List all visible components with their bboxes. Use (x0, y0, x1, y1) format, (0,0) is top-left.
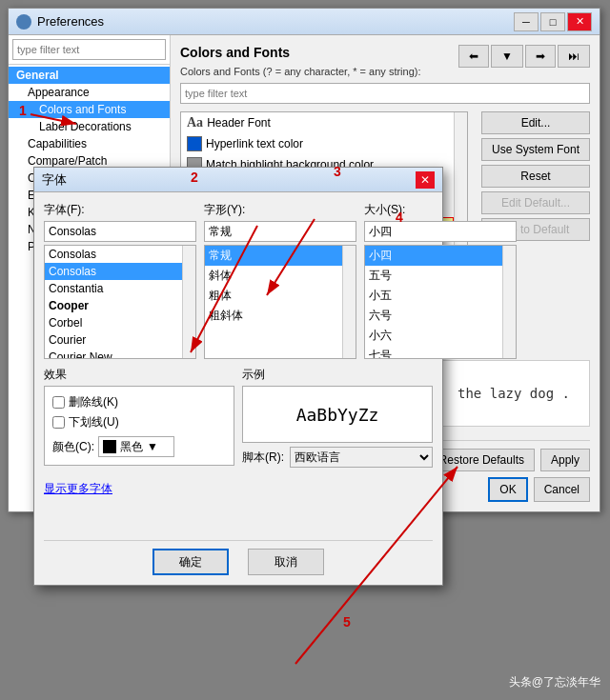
font-name-column: 字体(F): Consolas Consolas Constantia Coop… (44, 202, 196, 359)
maximize-button[interactable]: □ (540, 12, 565, 31)
font-name-item-cooper[interactable]: Cooper (45, 297, 182, 314)
font-name-scrollbar[interactable] (182, 246, 195, 358)
font-dialog-bottom-buttons: 确定 取消 (44, 540, 433, 575)
font-style-input[interactable] (204, 221, 356, 242)
font-name-item[interactable]: Constantia (45, 280, 182, 297)
nav-forward-button[interactable]: ➡ (525, 45, 556, 68)
style-item-bold[interactable]: 粗体 (205, 286, 342, 306)
font-preview-box: AaBbYyZz (242, 386, 433, 443)
font-name-list: Consolas Consolas Constantia Cooper Corb… (45, 246, 182, 358)
apply-button[interactable]: Apply (540, 449, 590, 471)
font-item-header-font[interactable]: Aa Header Font (181, 112, 454, 133)
preferences-titlebar: Preferences ─ □ ✕ (9, 9, 600, 35)
font-style-label: 字形(Y): (204, 202, 356, 218)
font-name-input[interactable] (44, 221, 196, 242)
font-dialog-titlebar: 字体 ✕ (34, 168, 442, 192)
color-preview (103, 440, 116, 453)
color-swatch-icon (187, 136, 202, 151)
font-dialog-title: 字体 (42, 171, 67, 189)
style-item-regular[interactable]: 常规 (205, 246, 342, 266)
font-size-label: 大小(S): (364, 202, 517, 218)
sidebar-filter-area (9, 35, 170, 65)
font-style-list: 常规 斜体 粗体 粗斜体 (205, 246, 342, 358)
size-item-4[interactable]: 六号 (365, 306, 502, 326)
content-filter-area (180, 83, 590, 104)
sidebar-item-colors-and-fonts[interactable]: Colors and Fonts (9, 101, 170, 118)
font-size-scrollbar[interactable] (502, 246, 516, 358)
sidebar-filter-input[interactable] (12, 39, 166, 60)
close-button[interactable]: ✕ (567, 12, 592, 31)
nav-forward2-button[interactable]: ⏭ (558, 45, 590, 68)
font-dialog-cancel-button[interactable]: 取消 (248, 549, 324, 575)
nav-dropdown-button[interactable]: ▼ (491, 45, 523, 68)
sidebar-item-capabilities[interactable]: Capabilities (9, 135, 170, 152)
ok-button[interactable]: OK (488, 477, 527, 502)
font-type-icon: Aa (187, 115, 203, 130)
effects-content: 删除线(K) 下划线(U) 颜色(C): 黑色 ▼ (44, 386, 234, 466)
preview-text: the lazy dog . (458, 386, 570, 401)
font-size-input[interactable] (364, 221, 517, 242)
toolbar-nav: ⬅ ▼ ➡ ⏭ (458, 45, 590, 68)
sidebar-item-appearance[interactable]: Appearance (9, 84, 170, 101)
section-header: Colors and Fonts Colors and Fonts (? = a… (180, 45, 421, 83)
font-name-item-selected[interactable]: Consolas (45, 263, 182, 280)
nav-back-button[interactable]: ⬅ (458, 45, 489, 68)
edit-button[interactable]: Edit... (481, 111, 590, 134)
reset-button[interactable]: Reset (481, 165, 590, 188)
watermark: 头条@了忘淡年华 (509, 674, 600, 690)
app-icon (16, 14, 31, 30)
font-selection-row: 字体(F): Consolas Consolas Constantia Coop… (44, 202, 433, 359)
style-item-italic[interactable]: 斜体 (205, 266, 342, 286)
underline-checkbox[interactable] (52, 416, 65, 429)
size-item-2[interactable]: 五号 (365, 266, 502, 286)
use-system-font-button[interactable]: Use System Font (481, 138, 590, 161)
annotation-2: 2 (191, 170, 198, 185)
show-more-fonts-link[interactable]: 显示更多字体 (44, 481, 433, 497)
sidebar-item-general[interactable]: General (9, 67, 170, 84)
annotation-4: 4 (396, 210, 403, 225)
annotation-1: 1 (19, 103, 27, 118)
section-description: Colors and Fonts (? = any character, * =… (180, 66, 421, 77)
size-item-5[interactable]: 小六 (365, 326, 502, 346)
font-style-scrollbar[interactable] (342, 246, 356, 358)
font-name-item-corbel[interactable]: Corbel (45, 314, 182, 331)
font-size-list-container: 小四 五号 小五 六号 小六 七号 八号 (364, 245, 517, 359)
font-dialog-close-button[interactable]: ✕ (416, 171, 435, 189)
font-style-list-container: 常规 斜体 粗体 粗斜体 (204, 245, 356, 359)
window-controls: ─ □ ✕ (514, 12, 592, 31)
annotation-5: 5 (343, 614, 351, 630)
script-row: 脚本(R): 西欧语言 (242, 447, 433, 468)
script-select[interactable]: 西欧语言 (290, 447, 433, 468)
preview-section: 示例 AaBbYyZz 脚本(R): 西欧语言 (242, 367, 433, 468)
font-item-hyperlink-color[interactable]: Hyperlink text color (181, 133, 454, 154)
color-dropdown[interactable]: 黑色 ▼ (98, 436, 174, 457)
color-label: 颜色(C): (52, 439, 94, 455)
restore-defaults-button[interactable]: Restore Defaults (429, 449, 535, 471)
strikethrough-checkbox[interactable] (52, 396, 65, 409)
size-item-3[interactable]: 小五 (365, 286, 502, 306)
preview-title: 示例 (242, 367, 433, 383)
content-filter-input[interactable] (180, 83, 590, 104)
size-item-1[interactable]: 小四 (365, 246, 502, 266)
font-name-item-courier[interactable]: Courier (45, 331, 182, 349)
window-title: Preferences (37, 14, 104, 29)
titlebar-left: Preferences (16, 14, 104, 30)
section-title: Colors and Fonts (180, 45, 421, 60)
sidebar-item-label-decorations[interactable]: Label Decorations (9, 118, 170, 135)
style-item-bold-italic[interactable]: 粗斜体 (205, 306, 342, 326)
minimize-button[interactable]: ─ (514, 12, 539, 31)
font-dialog-ok-button[interactable]: 确定 (152, 549, 229, 575)
font-name-label: 字体(F): (44, 202, 196, 218)
font-item-label: Header Font (207, 116, 271, 130)
font-name-list-container: Consolas Consolas Constantia Cooper Corb… (44, 245, 196, 359)
strikethrough-label: 删除线(K) (69, 394, 118, 410)
font-dialog-middle: 效果 删除线(K) 下划线(U) 颜色(C): 黑色 (44, 367, 433, 468)
size-item-6[interactable]: 七号 (365, 346, 502, 358)
font-dialog: 字体 ✕ 字体(F): Consolas Consolas Constantia… (33, 167, 443, 586)
annotation-3: 3 (334, 164, 341, 179)
cancel-button[interactable]: Cancel (534, 477, 590, 502)
font-size-list: 小四 五号 小五 六号 小六 七号 八号 (365, 246, 502, 358)
font-name-item-courier-new[interactable]: Courier New (45, 349, 182, 358)
font-name-item[interactable]: Consolas (45, 246, 182, 263)
font-style-column: 字形(Y): 常规 斜体 粗体 粗斜体 (204, 202, 356, 359)
